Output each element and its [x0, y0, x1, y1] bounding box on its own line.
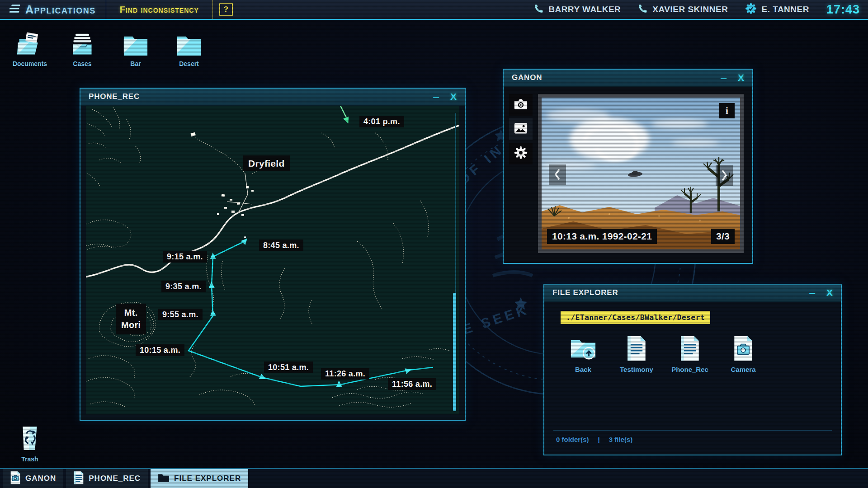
- ufo-photo: i 10:13 a.m. 1992-02-21 3/3: [542, 98, 740, 249]
- folder-count: 0 folder(s): [556, 436, 589, 443]
- map-scrollbar-thumb: [453, 293, 456, 411]
- file-explorer-titlebar[interactable]: FILE EXPLORER – X: [544, 285, 841, 302]
- taskbar: GANON PHONE_REC FILE EXPLORER: [0, 468, 868, 488]
- window-title: GANON: [512, 73, 715, 82]
- next-photo-button[interactable]: [716, 165, 733, 186]
- previous-photo-button[interactable]: [549, 164, 566, 185]
- route-time-chip: 8:45 a.m.: [259, 239, 303, 251]
- desktop: OF IN E SEEK Applications Find inconsist…: [0, 0, 868, 488]
- find-inconsistency-button[interactable]: Find inconsistency: [106, 0, 212, 19]
- ufo-object: [627, 170, 642, 178]
- map-road: [86, 125, 459, 277]
- town-label: Dryfield: [243, 155, 290, 171]
- status-separator: [553, 430, 832, 431]
- desktop-icon-desert[interactable]: Desert: [167, 29, 211, 67]
- window-title: FILE EXPLORER: [552, 288, 804, 297]
- route-time-chip: 10:51 a.m.: [264, 361, 313, 373]
- image-icon: [514, 122, 528, 136]
- taskbar-item-phone-rec[interactable]: PHONE_REC: [66, 469, 148, 488]
- trash-icon: [20, 446, 39, 453]
- settings-tab[interactable]: [509, 143, 533, 164]
- phone-icon: [534, 4, 544, 15]
- trash-bin[interactable]: Trash: [13, 426, 47, 463]
- file-count: 3 file(s): [609, 436, 633, 443]
- hamburger-icon: [6, 3, 20, 16]
- taskbar-item-file-explorer[interactable]: FILE EXPLORER: [151, 469, 248, 488]
- folder-up-icon: [562, 332, 604, 361]
- top-bar: Applications Find inconsistency ? BARRY …: [0, 0, 868, 20]
- phone-records-map: Dryfield Mt. Mori 4:01 p.m. 8:45 a.m. 9:…: [86, 106, 459, 414]
- minimize-button[interactable]: –: [428, 90, 445, 103]
- topbar-divider: [106, 0, 106, 19]
- photo-artwork: [542, 98, 740, 249]
- file-item-back[interactable]: Back: [562, 332, 604, 373]
- gear-icon: [514, 146, 528, 161]
- file-item-phone-rec[interactable]: Phone_Rec: [669, 332, 711, 373]
- photo-info-button[interactable]: i: [719, 103, 735, 118]
- close-button[interactable]: X: [732, 72, 745, 83]
- route-time-chip: 10:15 a.m.: [136, 344, 184, 356]
- document-icon: [616, 332, 657, 361]
- camera-file-icon: [10, 471, 21, 486]
- photo-counter: 3/3: [711, 229, 735, 244]
- applications-menu-button[interactable]: Applications: [0, 0, 106, 19]
- minimize-button[interactable]: –: [715, 71, 732, 84]
- contact-barry-walker[interactable]: BARRY WALKER: [534, 4, 621, 15]
- route-time-chip: 9:15 a.m.: [163, 251, 207, 263]
- chevron-right-icon: [721, 169, 728, 183]
- open-folder-icon: [8, 29, 52, 57]
- minimize-button[interactable]: –: [804, 286, 821, 300]
- ganon-window: GANON – X: [503, 69, 753, 264]
- image-tab[interactable]: [509, 118, 533, 140]
- desktop-icon-cases[interactable]: Cases: [61, 29, 104, 67]
- chevron-left-icon: [554, 168, 561, 182]
- ganon-sidebar: [509, 94, 533, 167]
- phone-rec-window: PHONE_REC – X: [80, 88, 466, 421]
- topbar-divider: [212, 0, 213, 19]
- green-ping-marker: [340, 106, 351, 125]
- file-item-testimony[interactable]: Testimony: [616, 332, 657, 373]
- file-list: Back Testimony: [562, 332, 764, 373]
- status-divider: |: [598, 436, 600, 443]
- image-file-icon: [722, 332, 764, 361]
- photo-timestamp: 10:13 a.m. 1992-02-21: [547, 229, 657, 244]
- mountain-label: Mt. Mori: [116, 304, 146, 334]
- close-button[interactable]: X: [821, 287, 834, 298]
- route-time-chip: 9:35 a.m.: [161, 281, 206, 292]
- contact-xavier-skinner[interactable]: XAVIER SKINNER: [638, 4, 728, 15]
- desktop-icon-documents[interactable]: Documents: [8, 29, 52, 67]
- joshua-trees: [548, 157, 733, 216]
- status-bar: 0 folder(s) | 3 file(s): [556, 436, 632, 443]
- path-breadcrumb[interactable]: ./ETanner/Cases/BWalker/Desert: [561, 311, 710, 324]
- desktop-icon-bar[interactable]: Bar: [114, 29, 157, 67]
- applications-label: Applications: [25, 3, 96, 16]
- window-title: PHONE_REC: [89, 92, 428, 101]
- ganon-titlebar[interactable]: GANON – X: [504, 70, 752, 87]
- camera-icon: [514, 98, 528, 112]
- camera-tab[interactable]: [509, 94, 533, 116]
- badge-check-icon: [745, 3, 757, 16]
- document-icon: [73, 471, 84, 486]
- tray-icon: [61, 29, 104, 57]
- route-time-chip: 11:56 a.m.: [388, 378, 436, 390]
- route-time-chip: 4:01 p.m.: [359, 116, 404, 127]
- help-button[interactable]: ?: [219, 3, 233, 16]
- folder-icon: [114, 29, 157, 57]
- file-item-camera[interactable]: Camera: [722, 332, 764, 373]
- phone-icon: [638, 4, 648, 15]
- close-button[interactable]: X: [445, 91, 458, 102]
- file-explorer-window: FILE EXPLORER – X ./ETanner/Cases/BWalke…: [543, 284, 842, 455]
- trash-label: Trash: [13, 455, 47, 463]
- document-icon: [669, 332, 711, 361]
- folder-solid-icon: [158, 473, 170, 484]
- folder-icon: [167, 29, 211, 57]
- route-time-chip: 9:55 a.m.: [158, 309, 203, 320]
- contact-e-tanner[interactable]: E. TANNER: [745, 3, 809, 16]
- phone-rec-titlebar[interactable]: PHONE_REC – X: [80, 89, 465, 106]
- clock: 17:43: [826, 3, 860, 17]
- taskbar-item-ganon[interactable]: GANON: [3, 469, 63, 488]
- route-time-chip: 11:26 a.m.: [321, 368, 369, 380]
- photo-frame: i 10:13 a.m. 1992-02-21 3/3: [538, 94, 744, 253]
